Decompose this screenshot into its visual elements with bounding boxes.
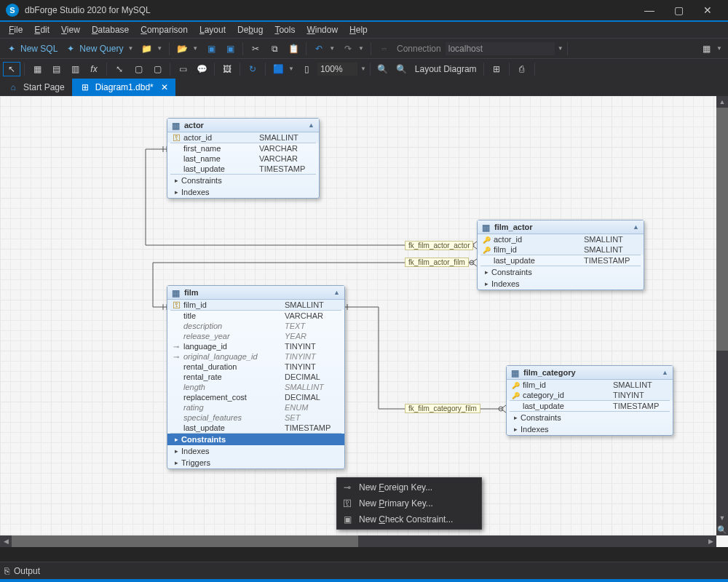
new-proc-button[interactable]: ▥: [66, 62, 84, 76]
entity-group-indexes[interactable]: ▸Indexes: [507, 423, 673, 435]
context-menu[interactable]: ⊸New Foreign Key... ⚿New Primary Key... …: [336, 477, 482, 530]
column-row[interactable]: category_idTINYINT: [507, 390, 673, 400]
vscroll-thumb[interactable]: [716, 108, 728, 351]
new-query-button[interactable]: ✦New Query▼: [62, 41, 136, 56]
output-panel[interactable]: ⎘ Output: [0, 562, 728, 579]
entity-group-indexes[interactable]: ▸Indexes: [167, 445, 344, 457]
diagram-canvas[interactable]: fk_film_actor_actor fk_film_actor_film f…: [0, 96, 716, 535]
export-button[interactable]: ⎙: [513, 62, 531, 76]
hscroll-thumb[interactable]: [12, 535, 358, 547]
image-button[interactable]: 🖼: [218, 62, 236, 76]
stamp-button[interactable]: ▢: [149, 62, 166, 76]
entity-group-triggers[interactable]: ▸Triggers: [167, 457, 344, 469]
scroll-down-button[interactable]: ▼: [716, 512, 728, 524]
entity-group-constraints[interactable]: ▸Constraints: [478, 266, 644, 278]
tree-button[interactable]: ⊞: [488, 62, 505, 76]
menu-file[interactable]: File: [3, 25, 28, 35]
function-button[interactable]: fx: [85, 62, 103, 76]
entity-header[interactable]: actor ▲: [167, 119, 319, 132]
menu-comparison[interactable]: Comparison: [135, 25, 194, 35]
new-view-button[interactable]: ▤: [47, 62, 65, 76]
new-table-button[interactable]: ▦: [28, 62, 46, 76]
column-row[interactable]: film_idSMALLINT: [478, 244, 644, 255]
entity-film[interactable]: film ▲ film_idSMALLINTtitleVARCHARdescri…: [167, 285, 345, 469]
column-row[interactable]: replacement_costDECIMAL: [167, 392, 344, 402]
hscrollbar[interactable]: ◀ ▶: [0, 535, 716, 547]
undo-button[interactable]: ↶▼: [310, 41, 338, 56]
menu-help[interactable]: Help: [344, 25, 373, 35]
container-button[interactable]: ▢: [130, 62, 147, 76]
collapse-icon[interactable]: ▲: [308, 121, 314, 129]
connection-combo[interactable]: localhost: [446, 42, 555, 55]
entity-header[interactable]: film ▲: [167, 286, 344, 300]
maximize-button[interactable]: ▢: [664, 4, 693, 16]
column-row[interactable]: rental_rateDECIMAL: [167, 372, 344, 382]
menu-layout[interactable]: Layout: [194, 25, 232, 35]
menu-view[interactable]: View: [55, 25, 86, 35]
column-row[interactable]: actor_idSMALLINT: [478, 234, 644, 244]
column-row[interactable]: titleVARCHAR: [167, 311, 344, 321]
entity-header[interactable]: film_category ▲: [507, 366, 673, 380]
ctx-new-primary-key[interactable]: ⚿New Primary Key...: [337, 495, 481, 511]
pointer-button[interactable]: ↖: [3, 62, 20, 76]
grid-toggle-button[interactable]: ▦▼: [697, 41, 725, 56]
column-row[interactable]: original_language_idTINYINT: [167, 351, 344, 362]
entity-group-indexes[interactable]: ▸Indexes: [167, 186, 319, 198]
menu-debug[interactable]: Debug: [232, 25, 269, 35]
column-row[interactable]: language_idTINYINT: [167, 341, 344, 351]
cut-button[interactable]: ✂: [247, 41, 264, 56]
ctx-new-check-constraint[interactable]: ▣New Check Constraint...: [337, 511, 481, 527]
column-row[interactable]: rental_durationTINYINT: [167, 362, 344, 372]
column-row[interactable]: lengthSMALLINT: [167, 382, 344, 392]
relation-button[interactable]: ⤡: [111, 62, 128, 76]
entity-actor[interactable]: actor ▲ actor_idSMALLINTfirst_nameVARCHA…: [167, 118, 320, 199]
refresh-button[interactable]: ↻: [244, 62, 261, 76]
open-folder-button[interactable]: 📂▼: [173, 41, 201, 56]
note-button[interactable]: ▭: [174, 62, 191, 76]
zoom-in-button[interactable]: 🔍: [374, 62, 392, 76]
tab-start-page[interactable]: ⌂ Start Page: [0, 79, 72, 96]
close-button[interactable]: ✕: [693, 4, 722, 16]
collapse-icon[interactable]: ▲: [662, 369, 668, 376]
column-row[interactable]: special_featuresSET: [167, 412, 344, 423]
color-button[interactable]: 🟦▼: [269, 62, 297, 76]
new-sql-button[interactable]: ✦New SQL: [3, 41, 60, 56]
column-row[interactable]: film_idSMALLINT: [507, 380, 673, 390]
scroll-left-button[interactable]: ◀: [0, 535, 12, 547]
entity-group-constraints[interactable]: ▸Constraints: [167, 175, 319, 186]
column-row[interactable]: release_yearYEAR: [167, 331, 344, 341]
column-row[interactable]: last_updateTIMESTAMP: [167, 423, 344, 433]
save-button[interactable]: ▣: [202, 41, 220, 56]
layer-button[interactable]: ▯: [298, 62, 316, 76]
paste-button[interactable]: 📋: [285, 41, 302, 56]
scroll-right-button[interactable]: ▶: [705, 535, 716, 547]
column-row[interactable]: last_updateTIMESTAMP: [478, 255, 644, 266]
chat-button[interactable]: 💬: [193, 62, 210, 76]
tab-close-button[interactable]: ✕: [161, 82, 168, 92]
relation-label[interactable]: fk_film_category_film: [405, 404, 480, 413]
zoom-input[interactable]: 100%: [317, 63, 357, 76]
entity-film-actor[interactable]: film_actor ▲ actor_idSMALLINTfilm_idSMAL…: [477, 220, 644, 290]
redo-button[interactable]: ↷▼: [339, 41, 367, 56]
connection-icon[interactable]: ⎓: [375, 41, 392, 56]
column-row[interactable]: first_nameVARCHAR: [167, 143, 319, 154]
column-row[interactable]: actor_idSMALLINT: [167, 132, 319, 143]
open-button[interactable]: 📁▼: [138, 41, 165, 56]
column-row[interactable]: film_idSMALLINT: [167, 300, 344, 310]
copy-button[interactable]: ⧉: [266, 41, 283, 56]
scroll-up-button[interactable]: ▲: [716, 96, 728, 108]
entity-film-category[interactable]: film_category ▲ film_idSMALLINTcategory_…: [506, 365, 673, 436]
column-row[interactable]: descriptionTEXT: [167, 321, 344, 331]
collapse-icon[interactable]: ▲: [333, 289, 340, 296]
entity-group-constraints[interactable]: ▸Constraints: [507, 412, 673, 423]
entity-group-constraints[interactable]: ▸Constraints: [167, 434, 344, 445]
relation-label[interactable]: fk_film_actor_film: [405, 258, 469, 267]
zoom-out-button[interactable]: 🔍: [393, 62, 411, 76]
entity-group-indexes[interactable]: ▸Indexes: [478, 278, 644, 290]
column-row[interactable]: last_updateTIMESTAMP: [507, 401, 673, 411]
vscrollbar[interactable]: ▲ ▼ 🔍: [716, 96, 728, 535]
relation-label[interactable]: fk_film_actor_actor: [405, 241, 473, 250]
column-row[interactable]: last_nameVARCHAR: [167, 154, 319, 164]
layout-diagram-button[interactable]: Layout Diagram: [412, 63, 480, 76]
connection-dropdown[interactable]: ▼: [558, 45, 563, 52]
